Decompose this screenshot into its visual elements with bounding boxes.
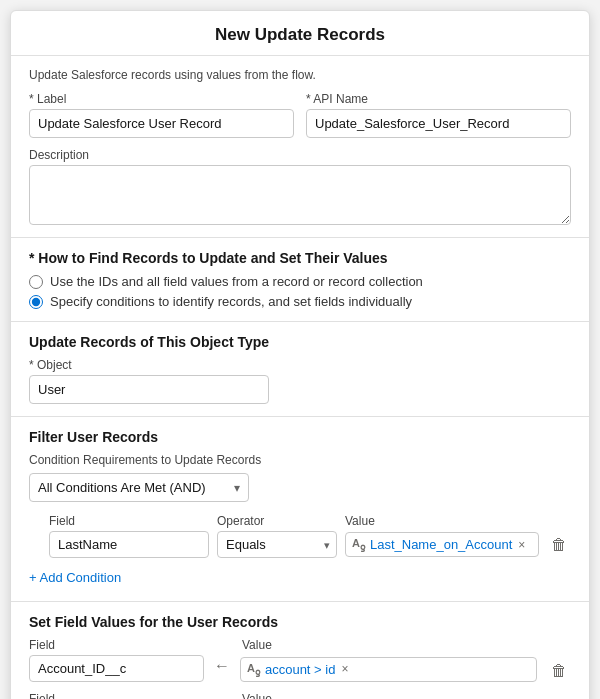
filter-section: Filter User Records Condition Requiremen… (11, 417, 589, 602)
delete-field-button-1[interactable]: 🗑 (547, 660, 571, 682)
set-fields-title: Set Field Values for the User Records (29, 614, 571, 630)
description-group: Description (29, 148, 571, 225)
modal-title: New Update Records (215, 25, 385, 44)
condition-table: Field Operator Value Equals Not Equal To… (29, 514, 571, 558)
set-field-header-2: Field (29, 692, 204, 699)
description-label: Description (29, 148, 571, 162)
radio-option2[interactable]: Specify conditions to identify records, … (29, 294, 571, 309)
how-to-find-section: * How to Find Records to Update and Set … (11, 238, 589, 322)
how-to-find-title: * How to Find Records to Update and Set … (29, 250, 571, 266)
radio-option2-label: Specify conditions to identify records, … (50, 294, 412, 309)
set-field-headers-1: Field Value (29, 638, 571, 652)
filter-title: Filter User Records (29, 429, 571, 445)
operator-header: Operator (217, 514, 337, 528)
api-name-group: * API Name (306, 92, 571, 138)
add-condition-button[interactable]: + Add Condition (29, 566, 121, 589)
pill-text-1: account > id (265, 662, 335, 677)
value-pill: Aƍ Last_Name_on_Account × (345, 532, 539, 557)
delete-condition-button[interactable]: 🗑 (547, 534, 571, 556)
radio-input-option1[interactable] (29, 275, 43, 289)
description-section: Update Salesforce records using values f… (11, 56, 589, 238)
field-header: Field (49, 514, 209, 528)
object-input[interactable] (29, 375, 269, 404)
radio-group: Use the IDs and all field values from a … (29, 274, 571, 309)
set-field-row-1: ← Aƍ account > id × 🗑 (29, 655, 571, 682)
pill-close-icon[interactable]: × (518, 538, 525, 552)
object-group: * Object (29, 358, 269, 404)
object-type-section: Update Records of This Object Type * Obj… (11, 322, 589, 417)
set-fields-section: Set Field Values for the User Records Fi… (11, 602, 589, 699)
pill-icon: Aƍ (352, 537, 366, 552)
pill-text: Last_Name_on_Account (370, 537, 512, 552)
radio-option1-label: Use the IDs and all field values from a … (50, 274, 423, 289)
modal-header: New Update Records (11, 11, 589, 56)
field-input-1[interactable] (29, 655, 204, 682)
condition-select[interactable]: All Conditions Are Met (AND) Any Conditi… (29, 473, 249, 502)
object-section-title: Update Records of This Object Type (29, 334, 571, 350)
operator-select[interactable]: Equals Not Equal To Contains (217, 531, 337, 558)
arrow-icon-1: ← (214, 657, 230, 675)
set-value-header-1: Value (242, 638, 272, 652)
set-value-header-2: Value (242, 692, 272, 699)
object-label: * Object (29, 358, 269, 372)
pill-close-1[interactable]: × (341, 662, 348, 676)
radio-input-option2[interactable] (29, 295, 43, 309)
value-pill-1: Aƍ account > id × (240, 657, 537, 682)
set-field-headers-2: Field Value (29, 692, 571, 699)
condition-field-input[interactable] (49, 531, 209, 558)
radio-option1[interactable]: Use the IDs and all field values from a … (29, 274, 571, 289)
value-col-1: Aƍ account > id × (240, 657, 537, 682)
condition-row-1: Equals Not Equal To Contains Aƍ Last_Nam… (29, 531, 571, 558)
label-input[interactable] (29, 109, 294, 138)
label-field-label: * Label (29, 92, 294, 106)
description-textarea[interactable] (29, 165, 571, 225)
value-header: Value (345, 514, 375, 528)
api-name-label: * API Name (306, 92, 571, 106)
condition-req-label: Condition Requirements to Update Records (29, 453, 571, 467)
description-text: Update Salesforce records using values f… (29, 68, 571, 82)
operator-wrapper: Equals Not Equal To Contains (217, 531, 337, 558)
set-field-header-1: Field (29, 638, 204, 652)
pill-icon-1: Aƍ (247, 662, 261, 677)
label-group: * Label (29, 92, 294, 138)
api-name-input[interactable] (306, 109, 571, 138)
label-api-row: * Label * API Name (29, 92, 571, 138)
update-records-modal: New Update Records Update Salesforce rec… (10, 10, 590, 699)
condition-headers: Field Operator Value (29, 514, 571, 528)
condition-select-wrapper: All Conditions Are Met (AND) Any Conditi… (29, 473, 249, 502)
field-col-1 (29, 655, 204, 682)
add-condition-label: + Add Condition (29, 570, 121, 585)
